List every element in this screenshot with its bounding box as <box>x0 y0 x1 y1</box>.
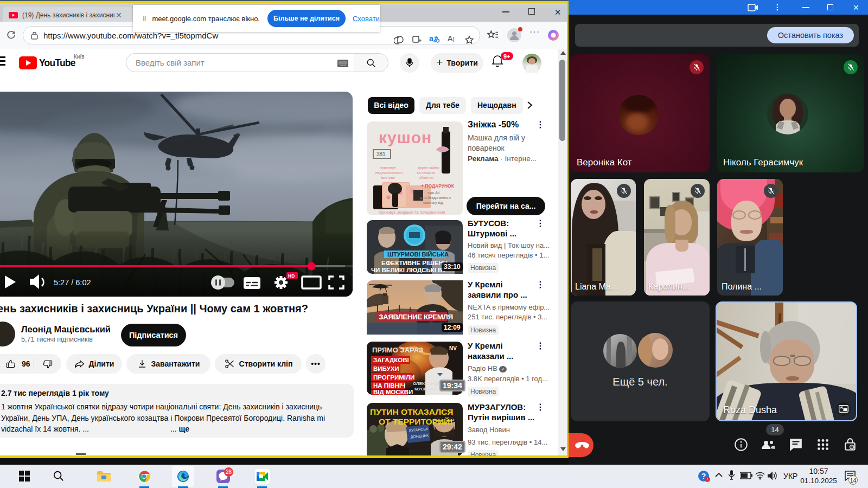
svg-text:5:27 / 6:02: 5:27 / 6:02 <box>54 278 91 287</box>
svg-text:381: 381 <box>376 151 386 157</box>
svg-text:МУСІЄНКО: МУСІЄНКО <box>414 387 437 391</box>
svg-text:приховує зморшки та почервонін: приховує зморшки та почервоніння <box>379 210 445 215</box>
svg-text:+ ПОДАРУНОК: + ПОДАРУНОК <box>421 183 455 189</box>
svg-text:кушон: кушон <box>379 129 432 146</box>
svg-text:та свіжість: та свіжість <box>417 171 436 175</box>
svg-text:ШТУРМОВІ ВІЙСЬКА: ШТУРМОВІ ВІЙСЬКА <box>387 251 449 258</box>
svg-text:ЕФЕКТИВНЕ РІШЕНН: ЕФЕКТИВНЕ РІШЕНН <box>381 260 448 266</box>
svg-text:дарує сяйво: дарує сяйво <box>418 166 439 170</box>
svg-text:ЗАГАДКОВІ: ЗАГАДКОВІ <box>373 357 409 363</box>
svg-text:обличчя: обличчя <box>419 176 433 179</box>
svg-text:ВІД МОСКВИ: ВІД МОСКВИ <box>373 389 413 395</box>
svg-text:НА ПІВНІЧ: НА ПІВНІЧ <box>373 382 405 389</box>
svg-text:HD: HD <box>288 273 295 279</box>
svg-text:ОЛЕКСАНДР: ОЛЕКСАНДР <box>413 381 441 386</box>
svg-text:туш 4d: туш 4d <box>427 191 439 195</box>
svg-text:ЗАЯВЛЕНИЕ КРЕМЛЯ: ЗАЯВЛЕНИЕ КРЕМЛЯ <box>379 313 453 321</box>
svg-text:YouTube: YouTube <box>39 57 76 68</box>
svg-text:ПРОГРИМІЛИ: ПРОГРИМІЛИ <box>373 374 414 381</box>
svg-text:ЧИ ВЕЛИКІ ЛЮДСЬКІ ВТ: ЧИ ВЕЛИКІ ЛЮДСЬКІ ВТ <box>371 267 446 273</box>
svg-text:макіяжу від: макіяжу від <box>423 201 443 205</box>
svg-text:ВИБУХИ: ВИБУХИ <box>373 365 399 372</box>
svg-text:приховує: приховує <box>380 166 396 170</box>
svg-text:для бездоганного: для бездоганного <box>420 196 451 200</box>
svg-text:ПУТИН ОТКАЗАЛСЯ: ПУТИН ОТКАЗАЛСЯ <box>370 407 453 416</box>
svg-text:недосконалості: недосконалості <box>375 171 403 175</box>
svg-text:NV: NV <box>449 345 457 351</box>
svg-text:ПРЯМО ЗАРАЗ: ПРЯМО ЗАРАЗ <box>372 346 423 354</box>
svg-text:миттєво: миттєво <box>381 176 395 179</box>
svg-text:ОТ ТЕРРИТОРИЙ!: ОТ ТЕРРИТОРИЙ! <box>379 417 452 426</box>
